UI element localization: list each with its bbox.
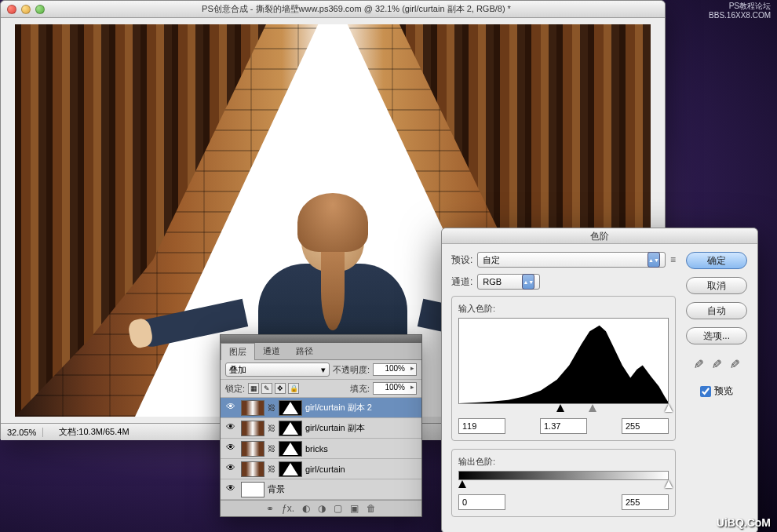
fill-field[interactable]: 100% [373, 382, 417, 395]
close-icon[interactable] [7, 5, 16, 14]
link-icon[interactable]: ⛓ [268, 424, 275, 432]
input-levels-label: 输入色阶: [458, 303, 669, 315]
preview-checkbox[interactable]: 预览 [700, 384, 733, 398]
out-white-handle[interactable] [665, 480, 673, 488]
trash-icon[interactable]: 🗑 [367, 503, 376, 514]
layer-row[interactable]: 👁⛓girl/curtain [221, 459, 421, 479]
visibility-icon[interactable]: 👁 [224, 442, 238, 456]
layer-list: 👁⛓girl/curtain 副本 2👁⛓girl/curtain 副本👁⛓br… [221, 398, 421, 500]
output-black-field[interactable] [458, 494, 505, 510]
lock-position-icon[interactable]: ✥ [275, 383, 286, 394]
tab-channels[interactable]: 通道 [255, 343, 288, 359]
minimize-icon[interactable] [21, 5, 31, 14]
layer-row[interactable]: 👁⛓girl/curtain 副本 2 [221, 398, 421, 418]
layer-thumb[interactable] [241, 400, 264, 416]
titlebar[interactable]: PS创意合成 - 撕裂的墙壁www.ps369.com @ 32.1% (gir… [1, 1, 665, 18]
gray-eyedropper-icon[interactable]: ✎ [712, 357, 722, 372]
preset-select[interactable]: 自定 ▲▼ [477, 252, 666, 268]
output-slider[interactable] [458, 482, 669, 490]
white-point-handle[interactable] [665, 404, 673, 412]
mask-icon[interactable]: ◐ [302, 503, 310, 514]
preset-label: 预设: [451, 253, 472, 267]
output-white-field[interactable] [622, 494, 669, 510]
lock-all-icon[interactable]: 🔒 [288, 383, 299, 394]
new-layer-icon[interactable]: ▣ [350, 503, 359, 514]
doc-info: 文档:10.3M/65.4M [59, 426, 129, 438]
white-eyedropper-icon[interactable]: ✎ [730, 357, 740, 372]
visibility-icon[interactable]: 👁 [224, 462, 238, 476]
lock-label: 锁定: [225, 383, 245, 395]
auto-button[interactable]: 自动 [686, 302, 747, 319]
watermark-top: PS教程论坛 BBS.16XX8.COM [709, 2, 771, 20]
layer-thumb[interactable] [241, 441, 264, 457]
panel-grip[interactable] [221, 335, 421, 343]
mask-thumb[interactable] [279, 400, 302, 416]
input-slider[interactable] [458, 406, 669, 414]
blend-mode-select[interactable]: 叠加▾ [225, 363, 330, 377]
black-point-handle[interactable] [556, 404, 564, 412]
window-title: PS创意合成 - 撕裂的墙壁www.ps369.com @ 32.1% (gir… [54, 3, 658, 15]
tab-paths[interactable]: 路径 [288, 343, 321, 359]
output-levels-group: 输出色阶: [451, 449, 676, 517]
link-icon[interactable]: ⛓ [268, 444, 275, 453]
input-gamma-field[interactable] [540, 418, 587, 434]
layer-name: bricks [305, 444, 418, 454]
levels-dialog: 色阶 预设: 自定 ▲▼ ≡ 通道: RGB ▲▼ 输入色阶: [441, 228, 758, 532]
input-levels-group: 输入色阶: [451, 296, 676, 441]
opacity-field[interactable]: 100% [373, 363, 417, 376]
visibility-icon[interactable]: 👁 [224, 401, 238, 415]
group-icon[interactable]: ▢ [334, 503, 342, 514]
histogram[interactable] [458, 318, 669, 404]
layer-row[interactable]: 👁背景 [221, 479, 421, 500]
watermark-bottom: UiBQ.CoM [717, 516, 771, 529]
layer-thumb[interactable] [241, 421, 264, 436]
cancel-button[interactable]: 取消 [686, 277, 747, 294]
layers-panel: 图层 通道 路径 叠加▾ 不透明度: 100% 锁定: ▦ ✎ ✥ 🔒 填充: … [220, 334, 422, 517]
adjustment-icon[interactable]: ◑ [318, 503, 326, 514]
dialog-title[interactable]: 色阶 [442, 228, 757, 244]
link-icon[interactable]: ⛓ [268, 403, 275, 412]
ok-button[interactable]: 确定 [686, 252, 747, 269]
link-layers-icon[interactable]: ⚭ [266, 503, 274, 514]
gamma-handle[interactable] [589, 404, 596, 412]
layer-row[interactable]: 👁⛓girl/curtain 副本 [221, 418, 421, 439]
opacity-label: 不透明度: [333, 364, 370, 376]
input-black-field[interactable] [458, 418, 505, 434]
panel-tabs: 图层 通道 路径 [221, 343, 421, 360]
out-black-handle[interactable] [458, 480, 466, 488]
fill-label: 填充: [350, 383, 370, 395]
fx-icon[interactable]: ƒx. [282, 503, 294, 514]
output-levels-label: 输出色阶: [458, 456, 669, 468]
preset-menu-icon[interactable]: ≡ [670, 254, 676, 265]
input-white-field[interactable] [622, 418, 669, 434]
layer-name: girl/curtain 副本 [305, 422, 418, 434]
channel-select[interactable]: RGB ▲▼ [477, 274, 540, 290]
layer-name: 背景 [268, 483, 418, 495]
mask-thumb[interactable] [279, 421, 302, 436]
options-button[interactable]: 选项... [686, 327, 747, 344]
black-eyedropper-icon[interactable]: ✎ [694, 357, 704, 372]
layer-name: girl/curtain 副本 2 [305, 402, 418, 414]
layer-thumb[interactable] [241, 482, 264, 497]
layers-footer: ⚭ ƒx. ◐ ◑ ▢ ▣ 🗑 [221, 500, 421, 516]
layer-row[interactable]: 👁⛓bricks [221, 439, 421, 459]
mask-thumb[interactable] [279, 441, 302, 457]
lock-transparent-icon[interactable]: ▦ [248, 383, 259, 394]
zoom-level[interactable]: 32.05% [7, 428, 43, 437]
tab-layers[interactable]: 图层 [221, 343, 255, 360]
output-gradient[interactable] [458, 471, 669, 480]
channel-label: 通道: [451, 275, 472, 289]
layer-name: girl/curtain [305, 465, 418, 474]
lock-pixels-icon[interactable]: ✎ [261, 383, 272, 394]
visibility-icon[interactable]: 👁 [224, 483, 238, 497]
visibility-icon[interactable]: 👁 [224, 421, 238, 435]
zoom-icon[interactable] [35, 5, 45, 14]
layer-thumb[interactable] [241, 461, 264, 477]
link-icon[interactable]: ⛓ [268, 465, 275, 473]
mask-thumb[interactable] [279, 461, 302, 477]
preview-checkbox-input[interactable] [700, 386, 711, 397]
